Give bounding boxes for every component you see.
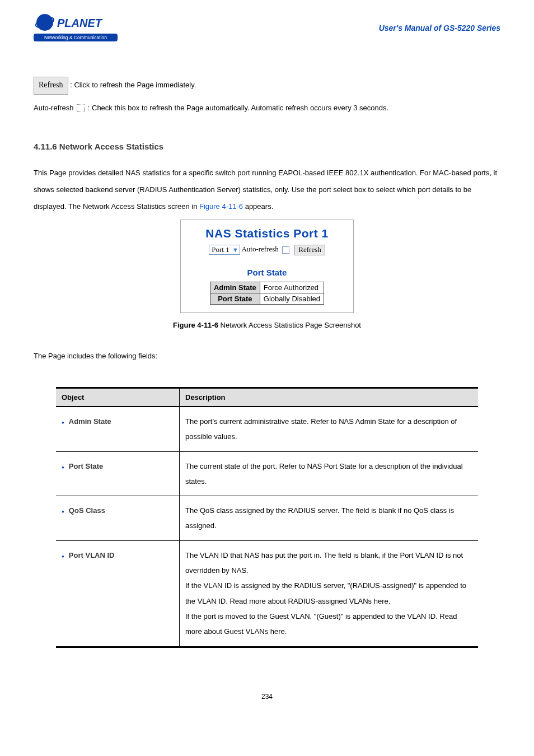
section-heading: 4.11.6 Network Access Statistics bbox=[34, 142, 500, 151]
fields-table: Object Description ● Admin State The por… bbox=[56, 387, 478, 648]
admin-state-value: Force Authorized bbox=[260, 282, 324, 293]
bullet-icon: ● bbox=[62, 464, 64, 472]
object-description: The current state of the port. Refer to … bbox=[180, 451, 479, 496]
port-state-table: Admin State Force Authorized Port State … bbox=[210, 282, 324, 305]
bullet-icon: ● bbox=[62, 419, 64, 427]
col-header-description: Description bbox=[180, 388, 479, 407]
port-state-heading: Port State bbox=[188, 268, 346, 277]
object-label: QoS Class bbox=[69, 503, 105, 518]
port-state-label: Port State bbox=[210, 293, 260, 304]
page: PLANET Networking & Communication User's… bbox=[0, 0, 534, 723]
port-state-value: Globally Disabled bbox=[260, 293, 324, 304]
page-number: 234 bbox=[34, 693, 500, 701]
screenshot-controls: Port 1 ▼ Auto-refresh Refresh bbox=[188, 245, 346, 255]
table-row: ● QoS Class The QoS class assigned by th… bbox=[56, 496, 478, 541]
logo-text-bottom: Networking & Communication bbox=[44, 35, 107, 40]
section-paragraph: This Page provides detailed NAS statisti… bbox=[34, 165, 500, 215]
refresh-button[interactable]: Refresh bbox=[34, 77, 68, 95]
manual-title: User's Manual of GS-5220 Series bbox=[379, 24, 500, 32]
table-row: Port State Globally Disabled bbox=[210, 293, 324, 304]
table-row: Admin State Force Authorized bbox=[210, 282, 324, 293]
table-row: ● Admin State The port's current adminis… bbox=[56, 407, 478, 451]
page-header: PLANET Networking & Communication User's… bbox=[34, 12, 500, 43]
bullet-icon: ● bbox=[62, 553, 64, 561]
bullet-icon: ● bbox=[62, 508, 64, 516]
section-para-tail: appears. bbox=[243, 202, 273, 211]
autorefresh-prefix: Auto-refresh bbox=[34, 104, 76, 112]
port-select[interactable]: Port 1 ▼ bbox=[209, 245, 240, 255]
object-description: The QoS class assigned by the RADIUS ser… bbox=[180, 496, 479, 541]
autorefresh-note-line: Auto-refresh : Check this box to refresh… bbox=[34, 101, 500, 115]
nas-statistics-screenshot: NAS Statistics Port 1 Port 1 ▼ Auto-refr… bbox=[180, 220, 354, 313]
object-label: Port VLAN ID bbox=[69, 548, 115, 563]
table-row: ● Port VLAN ID The VLAN ID that NAS has … bbox=[56, 540, 478, 647]
object-description: The port's current administrative state.… bbox=[180, 407, 479, 451]
admin-state-label: Admin State bbox=[210, 282, 260, 293]
figure-caption: Figure 4-11-6 Network Access Statistics … bbox=[34, 321, 500, 329]
col-header-object: Object bbox=[56, 388, 180, 407]
autorefresh-label: Auto-refresh bbox=[241, 245, 278, 253]
checkbox-icon[interactable] bbox=[77, 104, 85, 112]
object-label: Port State bbox=[69, 459, 103, 474]
autorefresh-checkbox[interactable] bbox=[282, 246, 289, 254]
caption-prefix: Figure 4-11-6 bbox=[173, 321, 221, 329]
object-label: Admin State bbox=[69, 414, 111, 429]
svg-point-0 bbox=[36, 14, 53, 31]
caption-text: Network Access Statistics Page Screensho… bbox=[221, 321, 361, 329]
fields-intro: The Page includes the following fields: bbox=[34, 352, 500, 360]
table-row: ● Port State The current state of the po… bbox=[56, 451, 478, 496]
chevron-down-icon: ▼ bbox=[231, 246, 238, 253]
screenshot-refresh-button[interactable]: Refresh bbox=[294, 245, 325, 255]
object-description: The VLAN ID that NAS has put the port in… bbox=[180, 540, 479, 647]
logo-text-top: PLANET bbox=[57, 17, 103, 29]
screenshot-title: NAS Statistics Port 1 bbox=[188, 227, 346, 240]
planet-logo: PLANET Networking & Communication bbox=[34, 12, 120, 43]
port-select-value: Port 1 bbox=[212, 245, 229, 254]
autorefresh-note-text: : Check this box to refresh the Page aut… bbox=[88, 104, 388, 112]
refresh-note-text: : Click to refresh the Page immediately. bbox=[70, 81, 196, 89]
figure-link[interactable]: Figure 4-11-6 bbox=[199, 202, 243, 211]
refresh-note-line: Refresh : Click to refresh the Page imme… bbox=[34, 77, 500, 95]
